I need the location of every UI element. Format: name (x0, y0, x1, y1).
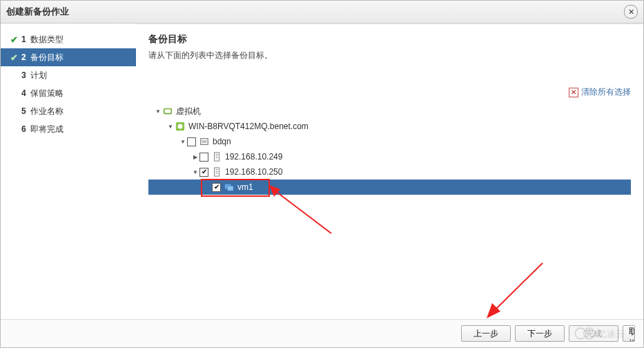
clear-icon: ✕ (569, 88, 578, 97)
window-title: 创建新备份作业 (6, 6, 624, 18)
expand-toggle[interactable] (166, 123, 175, 130)
close-button[interactable]: ✕ (624, 5, 638, 19)
expand-toggle[interactable] (191, 153, 199, 160)
step-label: 保留策略 (30, 88, 64, 99)
step-finish[interactable]: ✔ 6 即将完成 (1, 120, 136, 138)
datacenter-icon (199, 136, 210, 147)
tree-label: WIN-B8RVQT412MQ.benet.com (188, 122, 309, 131)
step-number: 6 (21, 124, 26, 134)
vm-icon (224, 182, 235, 193)
prev-button[interactable]: 上一步 (461, 325, 511, 342)
vcenter-icon (175, 121, 186, 132)
checkbox[interactable] (199, 168, 208, 177)
step-number: 2 (21, 52, 26, 62)
check-icon: ✔ (9, 35, 19, 45)
tree-label: vm1 (237, 182, 253, 192)
svg-rect-1 (165, 109, 171, 113)
cancel-button[interactable]: 取消 (623, 325, 635, 342)
vm-group-icon (162, 106, 173, 117)
wizard-footer: 上一步 下一步 完成 取消 (1, 319, 643, 347)
main-panel: 备份目标 请从下面的列表中选择备份目标。 ✕清除所有选择 虚拟机 (136, 23, 643, 319)
svg-rect-5 (202, 140, 207, 143)
tree: 虚拟机 WIN-B8RVQT412MQ.benet.com (148, 104, 631, 195)
tree-label: bdqn (213, 137, 231, 146)
step-job-name[interactable]: ✔ 5 作业名称 (1, 102, 136, 120)
step-label: 计划 (30, 70, 47, 81)
svg-line-16 (275, 191, 331, 233)
host-icon (211, 166, 222, 177)
step-label: 即将完成 (30, 124, 64, 135)
step-number: 4 (21, 88, 26, 98)
tree-label: 虚拟机 (176, 106, 201, 117)
wizard-steps: ✔ 1 数据类型 ✔ 2 备份目标 ✔ 3 计划 ✔ 4 保留策略 ✔ 5 (1, 23, 136, 319)
step-number: 3 (21, 70, 26, 80)
step-data-type[interactable]: ✔ 1 数据类型 (1, 30, 136, 48)
svg-rect-6 (215, 153, 219, 161)
check-icon: ✔ (9, 52, 19, 63)
step-schedule[interactable]: ✔ 3 计划 (1, 66, 136, 84)
host-icon (211, 151, 222, 162)
step-label: 作业名称 (30, 106, 64, 117)
tree-label: 192.168.10.250 (225, 167, 282, 177)
checkbox[interactable] (187, 137, 196, 146)
tree-row-host2[interactable]: 192.168.10.250 (148, 164, 631, 180)
svg-rect-15 (227, 186, 233, 191)
checkbox[interactable] (199, 153, 208, 162)
finish-button: 完成 (569, 325, 618, 342)
tree-row-vm1[interactable]: vm1 (148, 180, 631, 195)
expand-toggle[interactable] (179, 138, 187, 145)
tree-row-host[interactable]: WIN-B8RVQT412MQ.benet.com (148, 119, 631, 134)
tree-row-datacenter[interactable]: bdqn (148, 134, 631, 149)
step-number: 5 (21, 106, 26, 116)
panel-description: 请从下面的列表中选择备份目标。 (148, 50, 631, 61)
expand-toggle[interactable] (191, 168, 199, 175)
step-backup-target[interactable]: ✔ 2 备份目标 (1, 48, 136, 66)
tree-row-host1[interactable]: 192.168.10.249 (148, 149, 631, 164)
tree-label: 192.168.10.249 (225, 152, 282, 162)
svg-rect-10 (215, 168, 219, 176)
step-label: 备份目标 (30, 52, 64, 64)
clear-all-link[interactable]: ✕清除所有选择 (569, 87, 631, 97)
svg-point-3 (178, 124, 183, 129)
expand-toggle[interactable] (154, 108, 162, 115)
panel-heading: 备份目标 (148, 33, 631, 46)
step-label: 数据类型 (30, 34, 64, 46)
step-number: 1 (21, 35, 26, 44)
tree-row-root[interactable]: 虚拟机 (148, 104, 631, 119)
clear-all-label: 清除所有选择 (581, 87, 631, 97)
checkbox[interactable] (212, 183, 221, 192)
step-retention[interactable]: ✔ 4 保留策略 (1, 84, 136, 102)
next-button[interactable]: 下一步 (515, 325, 565, 342)
titlebar: 创建新备份作业 ✕ (1, 1, 643, 23)
